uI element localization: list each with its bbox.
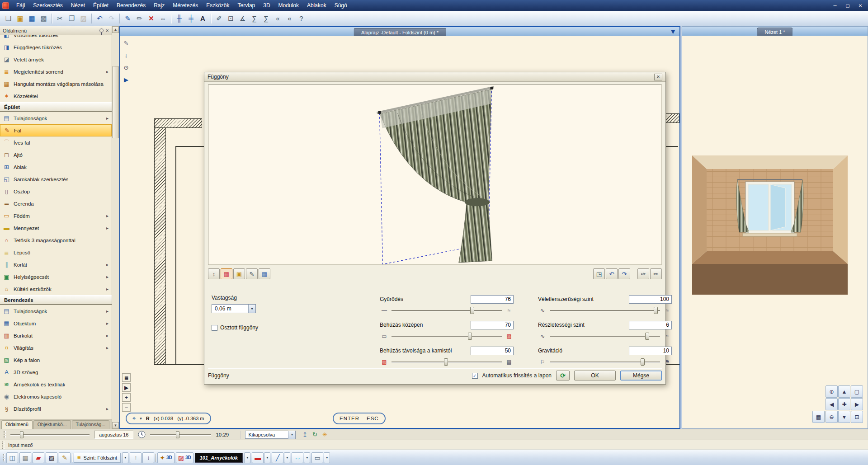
menu-item[interactable]: Méretezés <box>169 0 202 10</box>
param-value-input[interactable] <box>629 321 672 329</box>
active-layer-select[interactable]: 101_Arnyékolók <box>195 453 243 463</box>
play-tool-button[interactable]: ▶ <box>122 75 131 84</box>
slider-track[interactable] <box>392 307 502 314</box>
ok-button[interactable]: OK <box>574 371 616 380</box>
sidebar-item[interactable]: ▤ Tulajdonságok ▸ <box>0 305 112 317</box>
quick-dimension-button[interactable]: ⇔ <box>157 13 169 24</box>
axis-icon[interactable]: ⌖ <box>132 415 136 422</box>
edit-profile-button[interactable]: ✎ <box>246 268 258 279</box>
measure-sketch-button[interactable]: ✐ <box>213 13 225 24</box>
sidebar-item[interactable]: ≣ Lépcső <box>0 246 112 258</box>
sidebar-item[interactable]: ◱ Sarokablak szerkesztés <box>0 173 112 185</box>
menu-item[interactable]: Ablakok <box>303 0 330 10</box>
close-button[interactable]: ✕ <box>854 1 867 9</box>
build-3d-button[interactable]: ✦3D <box>157 452 175 463</box>
close-panel-icon[interactable]: ✕ <box>105 28 109 33</box>
pan-drag-button[interactable]: ✚ <box>838 398 850 410</box>
floorplan-canvas[interactable]: ✎↓⊙▶ ≣▶+− ⌖ ▾ R (x) 0.038 (y) -0.363 m E… <box>120 36 679 428</box>
paint-button[interactable]: ▰ <box>33 452 44 463</box>
slider-track[interactable] <box>550 307 660 314</box>
cancel-button[interactable]: Mégse <box>620 371 662 380</box>
style-dropdown-button[interactable]: ▾ <box>264 452 270 463</box>
menu-item[interactable]: Nézet <box>67 0 89 10</box>
pan-left-button[interactable]: ◀ <box>826 398 838 410</box>
menu-item[interactable]: Eszközök <box>202 0 233 10</box>
pin-icon[interactable] <box>99 28 104 33</box>
sidebar-item[interactable]: ▭ Födém ▸ <box>0 210 112 222</box>
save-profile-button[interactable]: ▦ <box>259 268 270 279</box>
measure-sum-button[interactable]: ∑ <box>249 13 260 24</box>
sidebar-item[interactable]: ¤ Világítás ▸ <box>0 342 112 354</box>
paste-button[interactable]: ▨ <box>78 13 89 24</box>
pick-tool-button[interactable]: ✑ <box>637 268 649 279</box>
undo-button[interactable]: ↶ <box>94 13 105 24</box>
param-value-input[interactable] <box>629 295 672 304</box>
wall-join-button[interactable]: ╫ <box>174 13 185 24</box>
zoom-window-button[interactable]: ⊡ <box>851 411 863 423</box>
sidebar-item[interactable]: ⊞ Ablak <box>0 161 112 173</box>
layer-dropdown-button[interactable]: ▾ <box>244 452 250 463</box>
pan-right-button[interactable]: ▶ <box>851 398 863 410</box>
maximize-button[interactable]: ▢ <box>841 1 854 9</box>
next-button[interactable]: ▶ <box>122 383 131 392</box>
sidebar-item[interactable]: ▬ Mennyezet ▸ <box>0 222 112 234</box>
sidebar-item[interactable]: Épület <box>0 102 112 112</box>
esc-button[interactable]: ESC <box>367 416 379 421</box>
thickness-select[interactable]: 0.06 m ▾ <box>212 304 256 313</box>
save-button[interactable]: ▦ <box>26 13 38 24</box>
drag-grip[interactable] <box>2 442 5 449</box>
param-value-input[interactable] <box>471 295 514 304</box>
delete-button[interactable]: ✕ <box>146 13 157 24</box>
param-value-input[interactable] <box>629 347 672 355</box>
sidebar-item[interactable]: ⌂ Tetősík 3 magasságponttal <box>0 234 112 246</box>
viewport-menu-icon[interactable]: ▼ <box>670 28 676 36</box>
list-button[interactable]: ≣ <box>122 373 131 382</box>
raise-icon-button[interactable]: ↥ <box>300 430 309 439</box>
adjust-tool-button[interactable]: ✏ <box>650 268 662 279</box>
sidebar-item[interactable]: ⌒ Íves fal <box>0 136 112 149</box>
pan-down-button[interactable]: ▼ <box>838 411 850 423</box>
sidebar-item[interactable]: ∥ Korlát ▸ <box>0 258 112 271</box>
slider-track[interactable] <box>550 358 660 366</box>
material-style-button[interactable]: ▬ <box>252 452 264 463</box>
side-panel-tab[interactable]: Objektumkö... <box>33 420 71 429</box>
chevron-down-icon[interactable]: ▾ <box>288 431 295 439</box>
relative-coord-toggle[interactable]: R <box>146 416 150 421</box>
view3d-tab[interactable]: Nézet 1 * <box>757 28 793 36</box>
sidebar-item[interactable]: ▤ Tulajdonságok ▸ <box>0 112 112 124</box>
sidebar-item[interactable]: § Díszítőprofil ▸ <box>0 403 112 415</box>
measure-guillemet2-button[interactable]: « <box>284 13 295 24</box>
sidebar-item[interactable]: Berendezés <box>0 295 112 305</box>
sun-settings-button[interactable]: ✳ <box>320 430 329 439</box>
pick-property-button[interactable]: ✏ <box>134 13 145 24</box>
frame-style-button[interactable]: ▭ <box>311 452 323 463</box>
menu-item[interactable]: 3D <box>259 0 274 10</box>
board-button[interactable]: ◫ <box>6 452 18 463</box>
split-curtain-checkbox[interactable] <box>212 325 217 331</box>
style-dropdown-button[interactable]: ▾ <box>324 452 330 463</box>
param-value-input[interactable] <box>471 321 514 329</box>
sidebar-item[interactable]: ▥ Burkolat ▸ <box>0 329 112 342</box>
menu-item[interactable]: Rajz <box>150 0 169 10</box>
slider-thumb[interactable] <box>645 333 649 340</box>
drag-grip[interactable] <box>4 431 6 438</box>
rebuild-3d-button[interactable]: ▨3D <box>176 452 193 463</box>
open-profile-button[interactable]: ▣ <box>233 268 245 279</box>
sidebar-item[interactable]: ═ Gerenda <box>0 197 112 210</box>
shadow-date-slider[interactable] <box>10 431 90 438</box>
sidebar-item[interactable]: ⌂ Kültéri eszközök ▸ <box>0 283 112 295</box>
hatch-button[interactable]: ▨ <box>46 452 57 463</box>
measure-angle-button[interactable]: ∡ <box>237 13 248 24</box>
material-toggle-button[interactable]: ▦ <box>221 268 232 279</box>
grid-toggle-button[interactable]: ▦ <box>812 411 825 423</box>
view3d-canvas[interactable]: ⊕▲▢◀✚▶⊖▼⊡ ▦ <box>682 36 868 428</box>
curtain-preview[interactable] <box>208 85 662 265</box>
line-style-button[interactable]: ╱ <box>272 452 283 463</box>
slider-thumb[interactable] <box>654 307 658 314</box>
scroll-up-button[interactable]: ▲ <box>112 26 119 33</box>
slider-track[interactable] <box>392 358 502 366</box>
level-select[interactable]: ≡ Szint: Földszint <box>74 453 121 463</box>
open-button[interactable]: ▣ <box>14 13 26 24</box>
zoom-in-button[interactable]: + <box>122 393 131 402</box>
sidebar-item[interactable]: ◨ Függőleges tükrözés <box>0 41 112 53</box>
